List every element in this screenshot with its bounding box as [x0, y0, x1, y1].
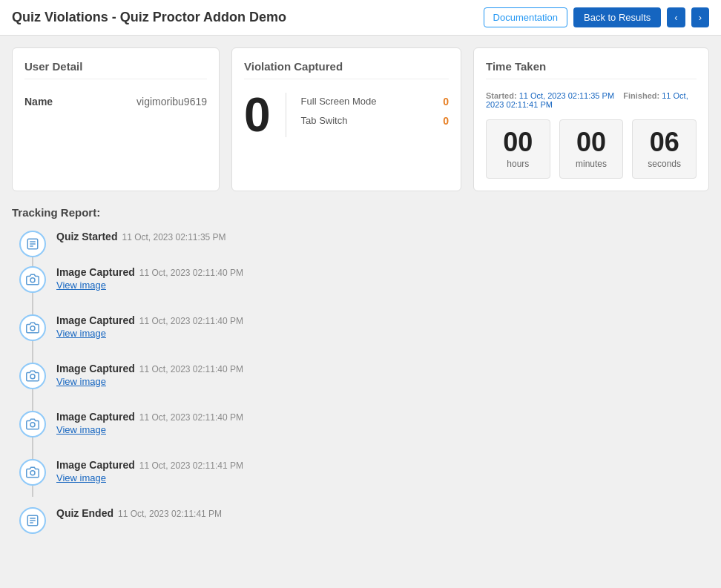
- tracking-title: Tracking Report:: [12, 206, 709, 219]
- violation-card: Violation Captured 0 Full Screen Mode 0 …: [231, 47, 461, 191]
- svg-point-4: [30, 278, 35, 283]
- timeline-event-line: Image Captured11 Oct, 2023 02:11:40 PM: [56, 314, 709, 326]
- violation-details: Full Screen Mode 0 Tab Switch 0: [301, 96, 449, 134]
- time-taken-title: Time Taken: [486, 60, 697, 79]
- camera-icon: [19, 411, 46, 437]
- time-taken-card: Time Taken Started: 11 Oct, 2023 02:11:3…: [473, 47, 709, 191]
- full-screen-row: Full Screen Mode 0: [301, 96, 449, 108]
- user-detail-card: User Detail Name vigimoribu9619: [12, 47, 220, 191]
- svg-point-5: [30, 326, 35, 331]
- time-meta: Started: 11 Oct, 2023 02:11:35 PM Finish…: [486, 91, 697, 109]
- timeline-event-name: Image Captured: [56, 266, 135, 278]
- timeline-event-line: Image Captured11 Oct, 2023 02:11:40 PM: [56, 266, 709, 278]
- hours-block: 00 hours: [486, 119, 550, 179]
- timeline-content: Image Captured11 Oct, 2023 02:11:40 PMVi…: [56, 314, 709, 339]
- svg-point-7: [30, 423, 35, 427]
- timeline-event-name: Quiz Started: [56, 231, 117, 242]
- view-image-link[interactable]: View image: [56, 280, 709, 291]
- timeline-event-line: Quiz Ended11 Oct, 2023 02:11:41 PM: [56, 507, 709, 519]
- timeline-event-name: Image Captured: [56, 411, 135, 423]
- timeline-event-time: 11 Oct, 2023 02:11:41 PM: [118, 509, 222, 519]
- back-to-results-button[interactable]: Back to Results: [573, 7, 661, 27]
- timeline: Quiz Started11 Oct, 2023 02:11:35 PM Ima…: [12, 231, 709, 519]
- timeline-item: Quiz Ended11 Oct, 2023 02:11:41 PM: [56, 507, 709, 519]
- timeline-content: Image Captured11 Oct, 2023 02:11:40 PMVi…: [56, 363, 709, 387]
- time-blocks: 00 hours 00 minutes 06 seconds: [486, 119, 697, 179]
- next-button[interactable]: ›: [691, 7, 709, 27]
- page-header: Quiz Violations - Quiz Proctor Addon Dem…: [0, 0, 721, 36]
- tab-switch-label: Tab Switch: [301, 115, 348, 127]
- timeline-event-time: 11 Oct, 2023 02:11:41 PM: [139, 460, 243, 471]
- header-actions: Documentation Back to Results ‹ ›: [484, 7, 709, 27]
- cards-row: User Detail Name vigimoribu9619 Violatio…: [12, 47, 709, 191]
- documentation-button[interactable]: Documentation: [484, 7, 567, 27]
- timeline-content: Image Captured11 Oct, 2023 02:11:40 PMVi…: [56, 266, 709, 291]
- view-image-link[interactable]: View image: [56, 424, 709, 435]
- user-detail-title: User Detail: [24, 60, 207, 79]
- quiz-icon: [19, 507, 46, 534]
- camera-icon: [19, 363, 46, 389]
- started-value: 11 Oct, 2023 02:11:35 PM: [519, 91, 614, 100]
- hours-value: 00: [493, 129, 544, 156]
- timeline-content: Image Captured11 Oct, 2023 02:11:41 PMVi…: [56, 459, 709, 483]
- view-image-link[interactable]: View image: [56, 472, 709, 483]
- timeline-item: Image Captured11 Oct, 2023 02:11:40 PMVi…: [56, 266, 709, 291]
- user-name-field: Name vigimoribu9619: [24, 91, 207, 112]
- view-image-link[interactable]: View image: [56, 376, 709, 387]
- violation-divider: [286, 93, 286, 137]
- main-content: User Detail Name vigimoribu9619 Violatio…: [0, 36, 721, 555]
- timeline-event-time: 11 Oct, 2023 02:11:40 PM: [139, 268, 243, 278]
- camera-icon: [19, 459, 46, 486]
- timeline-event-time: 11 Oct, 2023 02:11:35 PM: [122, 232, 225, 242]
- prev-button[interactable]: ‹: [667, 7, 685, 27]
- hours-label: hours: [493, 159, 544, 169]
- violation-count: 0: [244, 91, 271, 139]
- timeline-event-name: Image Captured: [56, 459, 135, 471]
- tab-switch-row: Tab Switch 0: [301, 115, 449, 127]
- page-title: Quiz Violations - Quiz Proctor Addon Dem…: [12, 10, 286, 25]
- timeline-item: Image Captured11 Oct, 2023 02:11:40 PMVi…: [56, 411, 709, 435]
- started-label: Started:: [486, 91, 517, 100]
- timeline-event-name: Image Captured: [56, 363, 135, 374]
- seconds-label: seconds: [639, 159, 690, 169]
- view-image-link[interactable]: View image: [56, 328, 709, 339]
- timeline-event-line: Image Captured11 Oct, 2023 02:11:40 PM: [56, 363, 709, 374]
- quiz-icon: [19, 231, 46, 257]
- full-screen-value: 0: [443, 96, 449, 108]
- timeline-item: Image Captured11 Oct, 2023 02:11:41 PMVi…: [56, 459, 709, 483]
- timeline-item: Quiz Started11 Oct, 2023 02:11:35 PM: [56, 231, 709, 242]
- minutes-label: minutes: [566, 159, 617, 169]
- timeline-event-time: 11 Oct, 2023 02:11:40 PM: [139, 364, 243, 374]
- svg-point-6: [30, 374, 35, 379]
- timeline-event-line: Quiz Started11 Oct, 2023 02:11:35 PM: [56, 231, 709, 242]
- timeline-event-name: Image Captured: [56, 314, 135, 326]
- camera-icon: [19, 314, 46, 341]
- minutes-value: 00: [566, 129, 617, 156]
- svg-point-8: [30, 471, 35, 475]
- timeline-event-line: Image Captured11 Oct, 2023 02:11:40 PM: [56, 411, 709, 423]
- timeline-content: Quiz Started11 Oct, 2023 02:11:35 PM: [56, 231, 709, 242]
- timeline-event-line: Image Captured11 Oct, 2023 02:11:41 PM: [56, 459, 709, 471]
- minutes-block: 00 minutes: [559, 119, 624, 179]
- name-value: vigimoribu9619: [136, 96, 207, 108]
- camera-icon: [19, 266, 46, 293]
- name-label: Name: [24, 96, 53, 108]
- finished-label: Finished:: [623, 91, 659, 100]
- tracking-section: Tracking Report: Quiz Started11 Oct, 202…: [12, 206, 709, 519]
- timeline-content: Quiz Ended11 Oct, 2023 02:11:41 PM: [56, 507, 709, 519]
- timeline-event-time: 11 Oct, 2023 02:11:40 PM: [139, 316, 243, 326]
- timeline-item: Image Captured11 Oct, 2023 02:11:40 PMVi…: [56, 363, 709, 387]
- timeline-content: Image Captured11 Oct, 2023 02:11:40 PMVi…: [56, 411, 709, 435]
- violation-body: 0 Full Screen Mode 0 Tab Switch 0: [244, 91, 449, 139]
- tab-switch-value: 0: [443, 115, 449, 127]
- timeline-event-name: Quiz Ended: [56, 507, 113, 519]
- timeline-event-time: 11 Oct, 2023 02:11:40 PM: [139, 412, 243, 423]
- seconds-value: 06: [639, 129, 690, 156]
- violation-title: Violation Captured: [244, 60, 449, 79]
- seconds-block: 06 seconds: [632, 119, 697, 179]
- full-screen-label: Full Screen Mode: [301, 96, 377, 108]
- timeline-item: Image Captured11 Oct, 2023 02:11:40 PMVi…: [56, 314, 709, 339]
